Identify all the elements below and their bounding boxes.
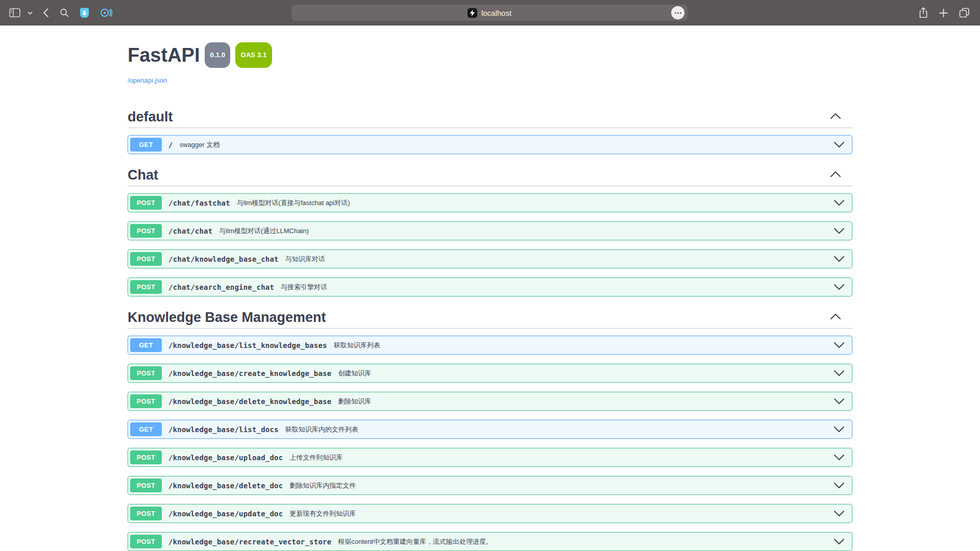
expand-endpoint-icon[interactable] bbox=[834, 510, 845, 517]
http-method-badge: POST bbox=[130, 535, 162, 548]
share-icon[interactable] bbox=[919, 7, 928, 18]
expand-endpoint-icon[interactable] bbox=[834, 228, 845, 234]
new-tab-icon[interactable] bbox=[939, 9, 948, 17]
api-section: default GET / swagger 文档 bbox=[128, 105, 852, 154]
openapi-spec-link[interactable]: /openapi.json bbox=[128, 77, 167, 84]
endpoint-summary: 获取知识库列表 bbox=[334, 341, 380, 350]
endpoint-path: /knowledge_base/update_doc bbox=[168, 510, 283, 518]
expand-endpoint-icon[interactable] bbox=[834, 256, 845, 262]
api-info: FastAPI0.1.0OAS 3.1 /openapi.json bbox=[128, 44, 852, 85]
endpoint-summary: 根据content中文档重建向量库，流式输出处理进度。 bbox=[338, 537, 493, 546]
api-section: Chat POST /chat/fastchat 与llm模型对话(直接与fas… bbox=[128, 163, 852, 296]
endpoint-path: /chat/fastchat bbox=[168, 199, 230, 207]
operations-list: default GET / swagger 文档 Chat bbox=[128, 105, 852, 551]
tab-overview-icon[interactable] bbox=[959, 8, 970, 18]
endpoint-row[interactable]: POST /chat/knowledge_base_chat 与知识库对话 bbox=[128, 249, 852, 268]
http-method-badge: GET bbox=[130, 338, 162, 352]
endpoint-summary: 删除知识库内指定文件 bbox=[289, 481, 356, 490]
http-method-badge: POST bbox=[130, 450, 162, 464]
downie-extension-icon[interactable] bbox=[79, 7, 90, 18]
http-method-badge: POST bbox=[130, 196, 162, 210]
oas-badge: OAS 3.1 bbox=[235, 42, 272, 68]
address-bar[interactable]: localhost bbox=[291, 5, 688, 21]
endpoint-path: /knowledge_base/delete_knowledge_base bbox=[168, 397, 331, 406]
endpoint-path: /knowledge_base/delete_doc bbox=[168, 482, 283, 490]
collapse-section-icon[interactable] bbox=[830, 112, 841, 121]
expand-endpoint-icon[interactable] bbox=[834, 370, 845, 377]
endpoint-row[interactable]: POST /knowledge_base/delete_doc 删除知识库内指定… bbox=[128, 476, 852, 495]
endpoint-path: /knowledge_base/upload_doc bbox=[168, 454, 283, 462]
expand-endpoint-icon[interactable] bbox=[834, 426, 845, 433]
http-method-badge: POST bbox=[130, 507, 162, 520]
http-method-badge: POST bbox=[130, 394, 162, 408]
page-title: FastAPI0.1.0OAS 3.1 bbox=[128, 44, 852, 72]
record-extension-icon[interactable] bbox=[100, 8, 112, 18]
endpoint-row[interactable]: POST /knowledge_base/create_knowledge_ba… bbox=[128, 364, 852, 383]
endpoint-summary: 删除知识库 bbox=[338, 397, 371, 406]
http-method-badge: POST bbox=[130, 224, 162, 238]
back-icon[interactable] bbox=[43, 8, 48, 17]
endpoint-path: /knowledge_base/list_docs bbox=[168, 425, 279, 434]
section-header[interactable]: Knowledge Base Management bbox=[128, 306, 852, 329]
collapse-section-icon[interactable] bbox=[830, 170, 841, 180]
http-method-badge: GET bbox=[130, 138, 162, 152]
endpoint-path: /knowledge_base/list_knowledge_bases bbox=[168, 341, 327, 349]
endpoint-summary: 获取知识库内的文件列表 bbox=[285, 425, 358, 434]
endpoint-row[interactable]: POST /knowledge_base/upload_doc 上传文件到知识库 bbox=[128, 448, 852, 467]
api-section: Knowledge Base Management GET /knowledge… bbox=[128, 306, 852, 551]
expand-endpoint-icon[interactable] bbox=[834, 538, 845, 545]
expand-endpoint-icon[interactable] bbox=[834, 342, 845, 348]
expand-endpoint-icon[interactable] bbox=[834, 141, 845, 148]
endpoint-row[interactable]: POST /chat/search_engine_chat 与搜索引擎对话 bbox=[128, 278, 852, 296]
browser-toolbar: localhost bbox=[0, 0, 980, 26]
endpoint-summary: 与llm模型对话(通过LLMChain) bbox=[219, 227, 309, 236]
expand-endpoint-icon[interactable] bbox=[834, 454, 845, 461]
http-method-badge: GET bbox=[130, 422, 162, 436]
site-favicon-bolt-icon bbox=[468, 8, 477, 18]
endpoint-path: /chat/search_engine_chat bbox=[168, 283, 274, 291]
chevron-down-icon[interactable] bbox=[28, 11, 33, 15]
version-badge: 0.1.0 bbox=[205, 42, 230, 68]
http-method-badge: POST bbox=[130, 366, 162, 380]
endpoint-summary: 上传文件到知识库 bbox=[289, 453, 342, 462]
collapse-section-icon[interactable] bbox=[830, 313, 841, 322]
url-text: localhost bbox=[481, 9, 511, 17]
endpoint-path: /chat/chat bbox=[168, 227, 212, 235]
endpoint-row[interactable]: POST /chat/chat 与llm模型对话(通过LLMChain) bbox=[128, 221, 852, 240]
endpoint-row[interactable]: POST /chat/fastchat 与llm模型对话(直接与fastchat… bbox=[128, 193, 852, 212]
section-title: Chat bbox=[128, 167, 158, 183]
endpoint-row[interactable]: POST /knowledge_base/recreate_vector_sto… bbox=[128, 532, 852, 551]
endpoint-summary: 创建知识库 bbox=[338, 369, 371, 378]
endpoint-row[interactable]: GET / swagger 文档 bbox=[128, 135, 852, 154]
swagger-page: FastAPI0.1.0OAS 3.1 /openapi.json defaul… bbox=[0, 26, 980, 551]
expand-endpoint-icon[interactable] bbox=[834, 482, 845, 489]
endpoint-path: /chat/knowledge_base_chat bbox=[168, 255, 279, 263]
endpoint-row[interactable]: GET /knowledge_base/list_docs 获取知识库内的文件列… bbox=[128, 420, 852, 439]
endpoint-summary: 更新现有文件到知识库 bbox=[289, 509, 356, 518]
expand-endpoint-icon[interactable] bbox=[834, 284, 845, 290]
section-header[interactable]: Chat bbox=[128, 163, 852, 186]
expand-endpoint-icon[interactable] bbox=[834, 199, 845, 206]
endpoint-summary: swagger 文档 bbox=[180, 140, 220, 149]
endpoint-row[interactable]: POST /knowledge_base/delete_knowledge_ba… bbox=[128, 392, 852, 411]
endpoint-path: /knowledge_base/create_knowledge_base bbox=[168, 369, 331, 378]
sidebar-icon[interactable] bbox=[9, 8, 20, 17]
api-title-text: FastAPI bbox=[128, 44, 200, 66]
section-header[interactable]: default bbox=[128, 105, 852, 128]
endpoint-summary: 与llm模型对话(直接与fastchat api对话) bbox=[237, 198, 350, 208]
endpoint-row[interactable]: POST /knowledge_base/update_doc 更新现有文件到知… bbox=[128, 504, 852, 523]
http-method-badge: POST bbox=[130, 252, 162, 266]
more-ellipsis-icon[interactable] bbox=[671, 6, 684, 19]
endpoint-summary: 与搜索引擎对话 bbox=[281, 283, 327, 292]
expand-endpoint-icon[interactable] bbox=[834, 398, 845, 405]
endpoint-summary: 与知识库对话 bbox=[285, 255, 325, 264]
section-title: Knowledge Base Management bbox=[128, 310, 326, 325]
search-icon[interactable] bbox=[60, 8, 69, 17]
endpoint-path: /knowledge_base/recreate_vector_store bbox=[168, 538, 331, 546]
endpoint-path: / bbox=[168, 141, 173, 149]
http-method-badge: POST bbox=[130, 280, 162, 294]
http-method-badge: POST bbox=[130, 479, 162, 492]
section-title: default bbox=[128, 109, 173, 124]
endpoint-row[interactable]: GET /knowledge_base/list_knowledge_bases… bbox=[128, 336, 852, 355]
